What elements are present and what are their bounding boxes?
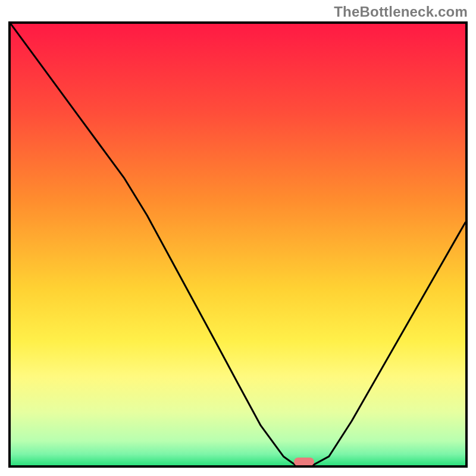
plot-area [8, 21, 468, 468]
bottleneck-curve [11, 24, 465, 465]
chart-stage: TheBottleneck.com [0, 0, 476, 476]
optimal-marker [294, 458, 314, 466]
watermark-text: TheBottleneck.com [334, 4, 468, 20]
curve-layer [11, 24, 465, 465]
